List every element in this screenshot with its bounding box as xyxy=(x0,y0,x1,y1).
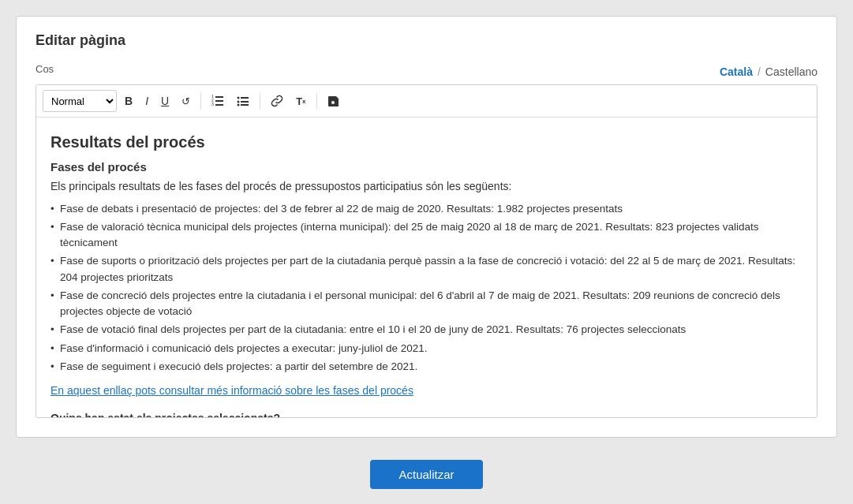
unordered-list-button[interactable] xyxy=(232,90,254,112)
svg-rect-9 xyxy=(241,101,249,103)
bold-button[interactable]: B xyxy=(120,90,137,112)
strikethrough-button[interactable]: ↺ xyxy=(177,90,195,112)
editor-header: Cos Català / Castellano xyxy=(36,63,817,80)
toolbar-separator-3 xyxy=(316,93,317,109)
content-heading: Resultats del procés xyxy=(51,130,802,154)
content-subheading: Fases del procés xyxy=(51,159,802,177)
svg-text:3: 3 xyxy=(211,102,214,106)
content-intro: Els principals resultats de les fases de… xyxy=(51,178,802,195)
content-question-title: Quins han estat els projectes selecciona… xyxy=(51,410,802,417)
lang-castellano[interactable]: Castellano xyxy=(765,65,817,78)
bullet-6: Fase d'informació i comunicació dels pro… xyxy=(51,341,802,357)
lang-catala[interactable]: Català xyxy=(720,65,753,78)
editor-content[interactable]: Resultats del procés Fases del procés El… xyxy=(36,118,817,417)
bullet-3: Fase de suports o priorització dels proj… xyxy=(51,253,802,286)
link-button[interactable] xyxy=(266,90,288,112)
save-button[interactable] xyxy=(323,90,345,112)
svg-rect-1 xyxy=(215,100,223,102)
toolbar: Normal Heading 1 Heading 2 Heading 3 B I… xyxy=(36,85,817,118)
content-link[interactable]: En aquest enllaç pots consultar més info… xyxy=(51,383,802,399)
svg-rect-7 xyxy=(241,97,249,99)
bullet-2: Fase de valoració tècnica municipal dels… xyxy=(51,219,802,252)
svg-rect-11 xyxy=(241,104,249,106)
svg-rect-2 xyxy=(215,104,223,106)
bullet-1: Fase de debats i presentació de projecte… xyxy=(51,201,802,217)
svg-point-6 xyxy=(238,97,240,99)
svg-point-8 xyxy=(238,101,240,103)
page-container: Editar pàgina Cos Català / Castellano No… xyxy=(16,16,837,438)
content-bullets: Fase de debats i presentació de projecte… xyxy=(51,201,802,375)
editor-wrapper: Normal Heading 1 Heading 2 Heading 3 B I… xyxy=(36,84,817,418)
bullet-4: Fase de concreció dels projectes entre l… xyxy=(51,288,802,320)
section-label: Cos xyxy=(36,63,54,75)
format-select[interactable]: Normal Heading 1 Heading 2 Heading 3 xyxy=(43,90,117,112)
clear-format-button[interactable]: Tx xyxy=(291,90,310,112)
language-switcher: Català / Castellano xyxy=(720,65,817,78)
submit-area: Actualitzar xyxy=(370,460,482,489)
lang-separator: / xyxy=(758,65,761,78)
bullet-7: Fase de seguiment i execució dels projec… xyxy=(51,359,802,375)
underline-button[interactable]: U xyxy=(156,90,174,112)
page-title: Editar pàgina xyxy=(36,32,817,49)
svg-point-10 xyxy=(238,104,240,106)
submit-button[interactable]: Actualitzar xyxy=(370,460,482,489)
ordered-list-button[interactable]: 123 xyxy=(207,90,229,112)
italic-button[interactable]: I xyxy=(140,90,153,112)
svg-rect-0 xyxy=(215,96,223,98)
bullet-5: Fase de votació final dels projectes per… xyxy=(51,322,802,338)
toolbar-separator-2 xyxy=(260,93,260,109)
toolbar-separator-1 xyxy=(200,93,201,109)
